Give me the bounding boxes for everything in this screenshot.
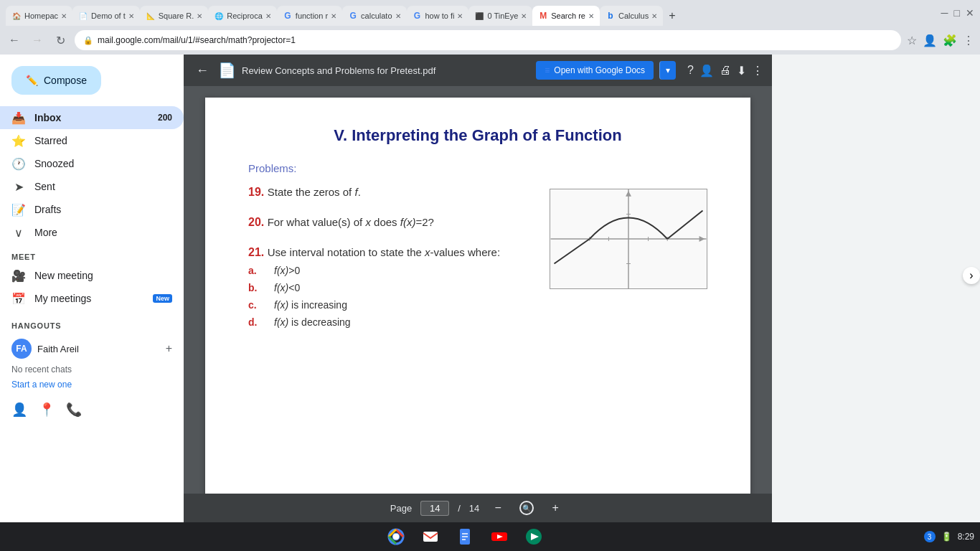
sidebar-item-sent[interactable]: ➤ Sent [0, 175, 184, 198]
extensions-icon[interactable]: 🧩 [943, 34, 957, 47]
hangouts-section: Hangouts FA Faith Areil + No recent chat… [0, 316, 184, 396]
maximize-button[interactable]: □ [954, 7, 960, 19]
new-tab-button[interactable]: + [663, 6, 684, 26]
pdf-subheading: Problems: [248, 162, 707, 174]
tab-close-howto[interactable]: ✕ [457, 12, 463, 20]
sidebar-item-inbox[interactable]: 📥 Inbox 200 [0, 106, 184, 129]
problem-20-text: For what value(s) of x does f(x)=2? [268, 216, 434, 228]
sub-c-expr: f(x) is increasing [274, 299, 347, 311]
problem-21b: b. f(x)<0 [248, 282, 550, 293]
compose-button[interactable]: ✏️ Compose [11, 66, 101, 95]
sidebar-item-starred[interactable]: ⭐ Starred [0, 129, 184, 152]
tab-demo[interactable]: 📄 Demo of t ✕ [72, 6, 140, 26]
taskbar-chrome-icon[interactable] [385, 525, 407, 548]
open-with-docs-button[interactable]: ≡ Open with Google Docs [536, 61, 654, 80]
tab-close-demo[interactable]: ✕ [128, 12, 134, 20]
problem-21c: c. f(x) is increasing [248, 299, 707, 311]
tab-reciproca[interactable]: 🌐 Reciproca ✕ [208, 6, 277, 26]
tab-function[interactable]: G function r ✕ [277, 6, 342, 26]
sidebar-item-new-meeting[interactable]: 🎥 New meeting [0, 264, 184, 287]
sub-a-expr: f(x)>0 [274, 265, 300, 276]
tab-favicon-howto: G [413, 11, 423, 21]
more-icon: ∨ [11, 226, 26, 240]
hangout-call-icon[interactable]: 📞 [66, 402, 82, 418]
taskbar-docs-icon[interactable] [453, 525, 476, 548]
minimize-button[interactable]: ─ [941, 7, 948, 19]
pdf-back-button[interactable]: ← [192, 60, 212, 80]
battery-icon: 🔋 [941, 532, 952, 542]
page-label: Page [390, 503, 412, 514]
sidebar-item-my-meetings[interactable]: 📅 My meetings New [0, 287, 184, 310]
tab-close-reciproca[interactable]: ✕ [265, 12, 271, 20]
problem-21d: d. f(x) is decreasing [248, 316, 707, 328]
window-controls: ─ □ ✕ [941, 7, 974, 19]
chrome-tab-bar: 🏠 Homepac ✕ 📄 Demo of t ✕ 📐 Square R. ✕ … [0, 0, 980, 26]
sub-d-letter: d. [248, 316, 263, 328]
print-icon[interactable]: 🖨 [720, 64, 731, 77]
pdf-toolbar-actions: ? 👤 🖨 ⬇ ⋮ [687, 64, 763, 77]
problem-20-num: 20. [248, 216, 264, 228]
forward-button[interactable]: → [29, 32, 46, 49]
taskbar-youtube-icon[interactable] [488, 525, 511, 548]
video-icon: 🎥 [11, 269, 26, 283]
pdf-file-icon: 📄 [218, 62, 236, 79]
profile-icon[interactable]: 👤 [923, 34, 937, 47]
menu-icon[interactable]: ⋮ [963, 34, 974, 47]
tab-tineye[interactable]: ⬛ 0 TinEye ✕ [468, 6, 532, 26]
url-text: mail.google.com/mail/u/1/#search/math?pr… [98, 35, 296, 45]
zoom-fit-button[interactable]: 🔍 [517, 498, 537, 518]
sidebar-item-more[interactable]: ∨ More [0, 221, 184, 244]
url-bar[interactable]: 🔒 mail.google.com/mail/u/1/#search/math?… [75, 30, 901, 50]
hangout-add-icon[interactable]: + [166, 342, 172, 355]
tab-square[interactable]: 📐 Square R. ✕ [140, 6, 209, 26]
tab-close-searchre[interactable]: ✕ [588, 12, 594, 20]
hangout-avatar: FA [11, 339, 32, 359]
tab-close-tineye[interactable]: ✕ [521, 12, 527, 20]
tab-close-square[interactable]: ✕ [197, 12, 202, 20]
new-badge: New [153, 294, 172, 303]
tab-howto[interactable]: G how to fi ✕ [407, 6, 469, 26]
open-docs-dropdown-button[interactable]: ▾ [659, 61, 676, 80]
tab-favicon-reciproca: 🌐 [214, 11, 224, 21]
sidebar-item-snoozed[interactable]: 🕐 Snoozed [0, 152, 184, 175]
start-new-chat-link[interactable]: Start a new one [11, 380, 72, 390]
zoom-out-button[interactable]: − [488, 498, 508, 518]
zoom-in-button[interactable]: + [545, 498, 565, 518]
back-button[interactable]: ← [6, 32, 23, 49]
sub-d-expr: f(x) is decreasing [274, 316, 351, 328]
taskbar-gmail-icon[interactable] [419, 525, 442, 548]
help-icon[interactable]: ? [687, 64, 694, 77]
pdf-page: V. Interpreting the Graph of a Function … [205, 98, 750, 494]
problem-21-num: 21. [248, 246, 264, 258]
tab-searchre[interactable]: M Search re ✕ [532, 6, 600, 26]
hangout-profile-icon[interactable]: 👤 [11, 402, 27, 418]
tab-close-calculus[interactable]: ✕ [651, 12, 657, 20]
sidebar-item-drafts[interactable]: 📝 Drafts [0, 198, 184, 221]
docs-icon: ≡ [545, 65, 550, 75]
function-graph [550, 189, 707, 289]
page-number-input[interactable] [420, 501, 449, 516]
download-icon[interactable]: ⬇ [737, 64, 746, 77]
tab-close-function[interactable]: ✕ [331, 12, 336, 20]
taskbar-right: 3 🔋 8:29 [924, 531, 974, 542]
reload-button[interactable]: ↻ [52, 32, 69, 49]
problem-21a: a. f(x)>0 [248, 265, 550, 276]
bookmark-icon[interactable]: ☆ [907, 34, 917, 47]
sub-a-letter: a. [248, 265, 263, 276]
close-button[interactable]: ✕ [966, 7, 974, 19]
zoom-icon: 🔍 [519, 501, 534, 515]
tab-calculator[interactable]: G calculato ✕ [342, 6, 406, 26]
tab-calculus[interactable]: b Calculus ✕ [600, 6, 663, 26]
hangout-user[interactable]: FA Faith Areil + [11, 336, 172, 362]
more-options-icon[interactable]: ⋮ [752, 64, 763, 77]
pdf-viewer: ← 📄 Review Concepts and Problems for Pre… [184, 55, 772, 522]
account-circle-icon[interactable]: 👤 [699, 64, 714, 77]
tab-close-calculator[interactable]: ✕ [395, 12, 401, 20]
tab-homepage[interactable]: 🏠 Homepac ✕ [6, 6, 72, 26]
taskbar-play-icon[interactable] [522, 525, 545, 548]
svg-rect-13 [423, 532, 438, 542]
snoozed-icon: 🕐 [11, 157, 26, 171]
hangout-location-icon[interactable]: 📍 [39, 402, 55, 418]
tab-favicon-searchre: M [538, 11, 548, 21]
tab-close-homepage[interactable]: ✕ [61, 12, 67, 20]
